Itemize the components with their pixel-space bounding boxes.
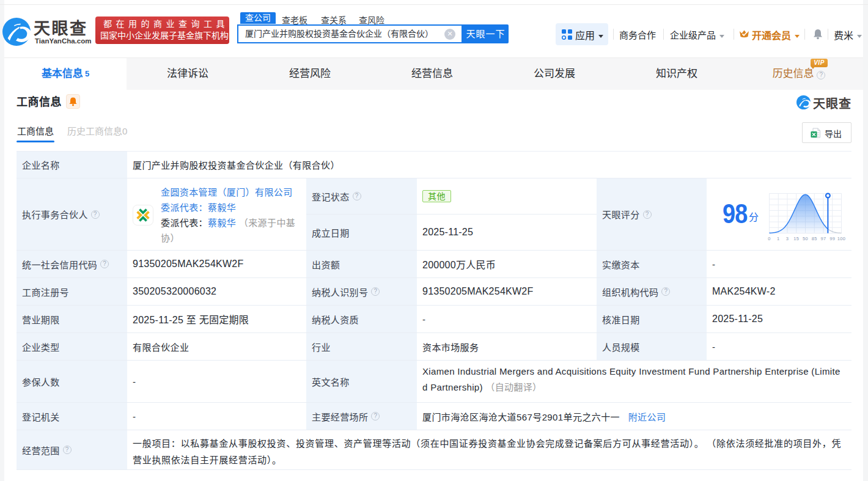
svg-text:97: 97 [820,236,826,241]
svg-text:0: 0 [768,236,771,241]
svg-text:1: 1 [777,236,780,241]
svg-text:100: 100 [837,236,846,241]
svg-text:50: 50 [803,236,808,241]
svg-text:3: 3 [786,236,789,241]
svg-text:99: 99 [829,236,835,241]
svg-text:15: 15 [793,236,799,241]
svg-text:85: 85 [812,236,817,241]
